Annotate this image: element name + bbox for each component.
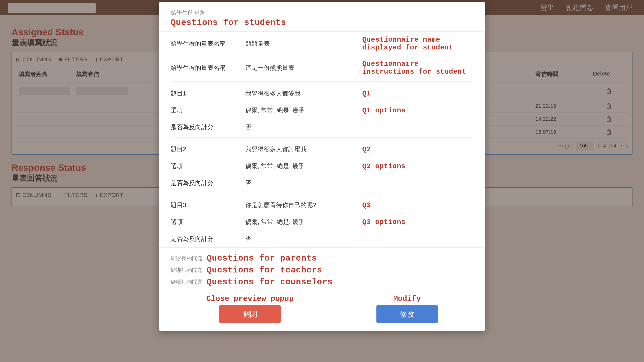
q2-options-annotation: Q2 options bbox=[362, 162, 474, 170]
q3-reverse-row: 是否為反向計分 否 bbox=[170, 230, 474, 247]
field-row-qinstructions: 給學生看的量表名稱 這是一份熊熊量表 Questionnaire instruc… bbox=[170, 56, 474, 80]
q3-options-row: 選項 偶爾, 常常, 總是, 幾乎 Q3 options bbox=[170, 214, 474, 230]
q1-label: 題目1 bbox=[170, 89, 240, 98]
q3-reverse-value: 否 bbox=[245, 235, 356, 243]
q3-options-label: 選項 bbox=[170, 218, 240, 226]
qinstructions-value: 這是一份熊熊量表 bbox=[245, 64, 356, 72]
modal-student-header: 給學生的問題 Questions for students bbox=[159, 2, 485, 32]
q2-label: 題目2 bbox=[170, 145, 240, 154]
teachers-small-label: 給導師的問題 bbox=[170, 266, 203, 274]
counselors-section-row: 給輔師的問題 Questions for counselors bbox=[170, 277, 474, 287]
student-section-title: Questions for students bbox=[170, 18, 474, 28]
qinstructions-label: 給學生看的量表名稱 bbox=[170, 64, 240, 72]
qname-label: 給學生看的量表名稱 bbox=[170, 40, 240, 48]
close-button[interactable]: 關閉 bbox=[219, 305, 280, 323]
q3-value: 你是怎麼看待你自己的呢? bbox=[245, 201, 356, 209]
divider-q3 bbox=[170, 193, 474, 193]
close-annotation: Close preview popup bbox=[206, 294, 294, 303]
q2-options-value: 偶爾, 常常, 總是, 幾乎 bbox=[245, 162, 356, 170]
question-2-block: 題目2 我覺得很多人都討厭我 Q2 選項 偶爾, 常常, 總是, 幾乎 Q2 o… bbox=[170, 139, 474, 192]
field-row-qname: 給學生看的量表名稱 熊熊量表 Questionnaire name displa… bbox=[170, 32, 474, 56]
q3-label: 題目3 bbox=[170, 201, 240, 209]
parents-section-row: 給家長的問題 Questions for parents bbox=[170, 253, 474, 263]
q1-options-label: 選項 bbox=[170, 106, 240, 115]
q2-row: 題目2 我覺得很多人都討厭我 Q2 bbox=[170, 141, 474, 158]
student-section-small-label: 給學生的問題 bbox=[170, 9, 474, 17]
q1-annotation: Q1 bbox=[362, 90, 474, 98]
modal-actions: Close preview popup 關閉 Modify 修改 bbox=[159, 289, 485, 331]
question-3-block: 題目3 你是怎麼看待你自己的呢? Q3 選項 偶爾, 常常, 總是, 幾乎 Q3… bbox=[170, 195, 474, 247]
modal-body: 給學生看的量表名稱 熊熊量表 Questionnaire name displa… bbox=[159, 32, 485, 247]
q2-reverse-label: 是否為反向計分 bbox=[170, 179, 240, 187]
qname-value: 熊熊量表 bbox=[245, 40, 356, 48]
q2-reverse-value: 否 bbox=[245, 179, 356, 187]
parents-big-label: Questions for parents bbox=[206, 253, 317, 263]
q2-annotation: Q2 bbox=[362, 146, 474, 153]
q1-value: 我覺得很多人都愛我 bbox=[245, 89, 356, 98]
close-action-group: Close preview popup 關閉 bbox=[206, 294, 294, 323]
q1-options-row: 選項 偶爾, 常常, 總是, 幾乎 Q1 options bbox=[170, 102, 474, 119]
divider-q2 bbox=[170, 137, 474, 138]
q1-reverse-label: 是否為反向計分 bbox=[170, 123, 240, 132]
q1-reverse-row: 是否為反向計分 否 bbox=[170, 119, 474, 136]
modify-button[interactable]: 修改 bbox=[376, 305, 438, 323]
modify-action-group: Modify 修改 bbox=[376, 294, 438, 323]
question-1-block: 題目1 我覺得很多人都愛我 Q1 選項 偶爾, 常常, 總是, 幾乎 Q1 op… bbox=[170, 83, 474, 136]
q3-annotation: Q3 bbox=[362, 201, 474, 209]
q1-options-annotation: Q1 options bbox=[362, 107, 474, 115]
modal-overlay: 給學生的問題 Questions for students 給學生看的量表名稱 … bbox=[0, 0, 644, 362]
q2-value: 我覺得很多人都討厭我 bbox=[245, 145, 356, 154]
counselors-big-label: Questions for counselors bbox=[206, 277, 333, 287]
modal-box: 給學生的問題 Questions for students 給學生看的量表名稱 … bbox=[159, 2, 485, 331]
q1-row: 題目1 我覺得很多人都愛我 Q1 bbox=[170, 85, 474, 102]
qname-annotation: Questionnaire name displayed for student bbox=[362, 36, 474, 52]
qinstructions-annotation: Questionnaire instructions for student bbox=[362, 60, 474, 76]
q3-options-value: 偶爾, 常常, 總是, 幾乎 bbox=[245, 218, 356, 226]
parents-small-label: 給家長的問題 bbox=[170, 255, 203, 262]
q1-options-value: 偶爾, 常常, 總是, 幾乎 bbox=[245, 106, 356, 115]
q1-reverse-value: 否 bbox=[245, 123, 356, 132]
q3-reverse-label: 是否為反向計分 bbox=[170, 235, 240, 243]
q2-options-row: 選項 偶爾, 常常, 總是, 幾乎 Q2 options bbox=[170, 158, 474, 175]
teachers-section-row: 給導師的問題 Questions for teachers bbox=[170, 265, 474, 275]
modify-annotation: Modify bbox=[393, 294, 421, 303]
counselors-small-label: 給輔師的問題 bbox=[170, 278, 203, 286]
q3-options-annotation: Q3 options bbox=[362, 218, 474, 226]
modal-footer-sections: 給家長的問題 Questions for parents 給導師的問題 Ques… bbox=[159, 247, 485, 289]
teachers-big-label: Questions for teachers bbox=[206, 265, 322, 275]
q2-options-label: 選項 bbox=[170, 162, 240, 170]
q2-reverse-row: 是否為反向計分 否 bbox=[170, 175, 474, 192]
q3-row: 題目3 你是怎麼看待你自己的呢? Q3 bbox=[170, 197, 474, 214]
